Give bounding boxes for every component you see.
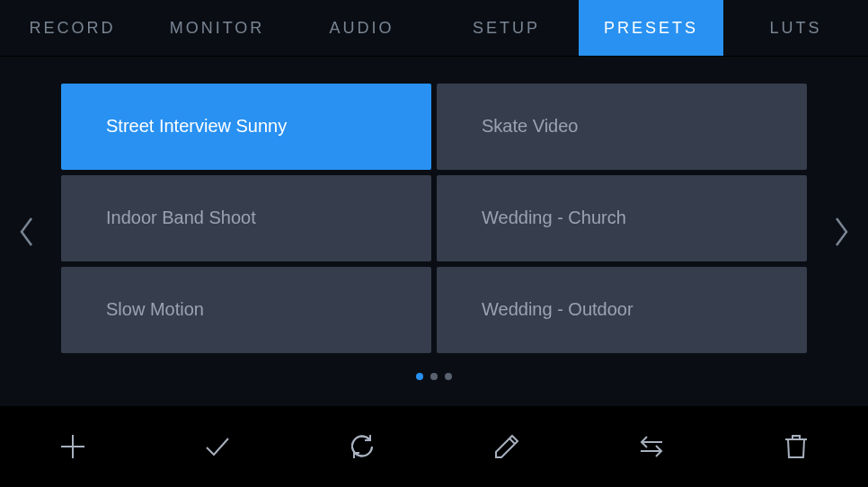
preset-label: Indoor Band Shoot: [106, 208, 256, 228]
preset-item[interactable]: Indoor Band Shoot: [61, 175, 431, 261]
page-dot[interactable]: [430, 373, 438, 380]
preset-item[interactable]: Slow Motion: [61, 267, 431, 353]
preset-item[interactable]: Wedding - Outdoor: [437, 267, 807, 353]
tab-audio[interactable]: AUDIO: [289, 0, 434, 56]
preset-label: Skate Video: [482, 116, 579, 137]
preset-label: Wedding - Church: [482, 208, 626, 228]
prev-page-button[interactable]: [0, 216, 54, 248]
preset-label: Wedding - Outdoor: [482, 299, 633, 320]
preset-label: Street Interview Sunny: [106, 116, 287, 137]
main-content: Street Interview Sunny Skate Video Indoo…: [0, 57, 868, 406]
preset-item[interactable]: Wedding - Church: [437, 175, 807, 261]
add-button[interactable]: [0, 432, 145, 461]
preset-label: Slow Motion: [106, 299, 204, 320]
bottom-toolbar: [0, 406, 868, 487]
refresh-button[interactable]: [289, 432, 434, 461]
check-icon: [203, 432, 232, 461]
swap-icon: [637, 432, 666, 461]
preset-item[interactable]: Skate Video: [437, 84, 807, 170]
chevron-left-icon: [18, 216, 36, 248]
chevron-right-icon: [832, 216, 850, 248]
top-tab-bar: RECORD MONITOR AUDIO SETUP PRESETS LUTS: [0, 0, 868, 57]
svg-line-2: [509, 438, 515, 444]
pagination-dots: [416, 373, 452, 380]
page-dot[interactable]: [445, 373, 452, 380]
tab-presets[interactable]: PRESETS: [579, 0, 723, 56]
edit-button[interactable]: [434, 432, 579, 461]
preset-grid: Street Interview Sunny Skate Video Indoo…: [61, 84, 807, 353]
pencil-icon: [492, 432, 521, 461]
tab-record[interactable]: RECORD: [0, 0, 145, 56]
tab-monitor[interactable]: MONITOR: [145, 0, 289, 56]
preset-item[interactable]: Street Interview Sunny: [61, 84, 431, 170]
plus-icon: [58, 432, 87, 461]
tab-luts[interactable]: LUTS: [723, 0, 868, 56]
swap-button[interactable]: [579, 432, 723, 461]
tab-setup[interactable]: SETUP: [434, 0, 579, 56]
preset-content-area: Street Interview Sunny Skate Video Indoo…: [54, 84, 814, 380]
page-dot[interactable]: [416, 373, 423, 380]
trash-icon: [782, 432, 810, 461]
refresh-icon: [348, 432, 376, 461]
confirm-button[interactable]: [145, 432, 289, 461]
delete-button[interactable]: [723, 432, 868, 461]
next-page-button[interactable]: [814, 216, 868, 248]
